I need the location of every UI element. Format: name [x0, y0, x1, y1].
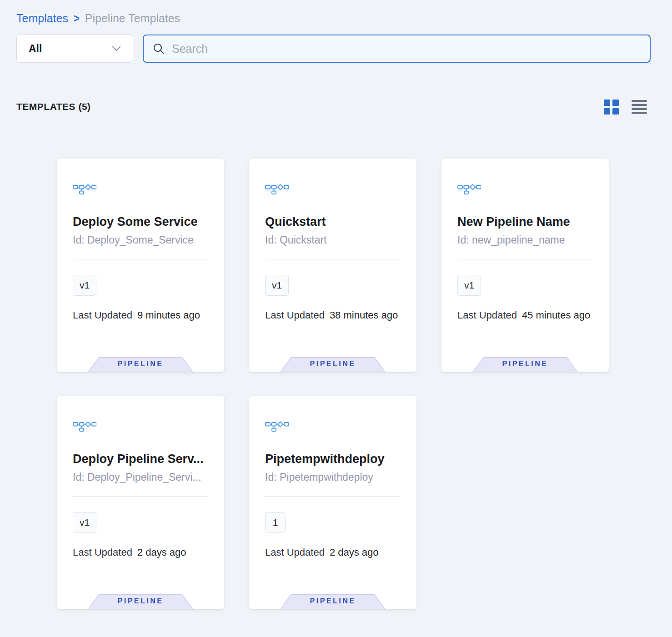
- last-updated-label: Last Updated: [73, 547, 132, 558]
- pipeline-badge-label: PIPELINE: [472, 360, 578, 368]
- search-icon: [153, 43, 165, 55]
- template-card[interactable]: Pipetempwithdeploy Id: Pipetempwithdeplo…: [249, 396, 416, 609]
- template-title: Deploy Pipeline Serv...: [73, 451, 208, 467]
- view-toggles: [604, 100, 647, 114]
- last-updated-value: 2 days ago: [330, 547, 379, 558]
- template-title: Deploy Some Service: [73, 214, 208, 229]
- templates-grid: Deploy Some Service Id: Deploy_Some_Serv…: [57, 159, 609, 609]
- template-id: Id: Deploy_Some_Service: [73, 234, 208, 246]
- pipeline-type-badge: PIPELINE: [88, 355, 193, 372]
- last-updated-row: Last Updated 38 minutes ago: [265, 309, 401, 321]
- grid-view-icon[interactable]: [604, 100, 619, 114]
- pipeline-stages-icon: [73, 182, 96, 196]
- divider: [265, 496, 401, 497]
- last-updated-label: Last Updated: [73, 309, 132, 321]
- pipeline-badge-label: PIPELINE: [280, 360, 386, 368]
- last-updated-label: Last Updated: [457, 309, 517, 321]
- filter-bar: All: [16, 35, 651, 63]
- breadcrumb: Templates > Pipeline Templates: [16, 12, 180, 25]
- template-card[interactable]: New Pipeline Name Id: new_pipeline_name …: [441, 159, 609, 372]
- pipeline-stages-icon: [265, 182, 289, 196]
- last-updated-row: Last Updated 9 minutes ago: [73, 309, 208, 321]
- breadcrumb-link-templates[interactable]: Templates: [16, 12, 68, 25]
- template-id: Id: Quickstart: [265, 234, 401, 246]
- breadcrumb-separator-icon: >: [74, 12, 80, 25]
- pipeline-type-badge: PIPELINE: [472, 355, 578, 372]
- divider: [73, 259, 208, 259]
- last-updated-value: 9 minutes ago: [137, 309, 200, 321]
- template-id: Id: Pipetempwithdeploy: [265, 471, 401, 483]
- divider: [73, 496, 208, 497]
- list-view-icon[interactable]: [632, 100, 647, 114]
- version-badge: 1: [265, 512, 286, 533]
- last-updated-row: Last Updated 45 minutes ago: [457, 309, 593, 321]
- template-title: New Pipeline Name: [457, 214, 593, 229]
- search-box[interactable]: [143, 35, 651, 63]
- last-updated-value: 38 minutes ago: [330, 309, 398, 321]
- pipeline-type-badge: PIPELINE: [280, 592, 386, 609]
- last-updated-row: Last Updated 2 days ago: [73, 547, 208, 558]
- pipeline-badge-label: PIPELINE: [88, 360, 193, 368]
- search-input[interactable]: [172, 42, 641, 55]
- version-badge: v1: [73, 275, 96, 296]
- last-updated-value: 45 minutes ago: [522, 309, 590, 321]
- last-updated-value: 2 days ago: [137, 547, 186, 558]
- last-updated-row: Last Updated 2 days ago: [265, 547, 401, 558]
- pipeline-stages-icon: [265, 419, 289, 433]
- scope-dropdown[interactable]: All: [16, 35, 133, 63]
- version-badge: v1: [457, 275, 481, 296]
- section-title: TEMPLATES (5): [16, 101, 91, 112]
- divider: [457, 259, 593, 259]
- template-id: Id: new_pipeline_name: [457, 234, 593, 246]
- last-updated-label: Last Updated: [265, 309, 325, 321]
- pipeline-type-badge: PIPELINE: [88, 592, 193, 609]
- pipeline-badge-label: PIPELINE: [280, 597, 386, 605]
- pipeline-stages-icon: [73, 419, 96, 433]
- template-card[interactable]: Deploy Some Service Id: Deploy_Some_Serv…: [57, 159, 224, 372]
- pipeline-stages-icon: [457, 182, 481, 196]
- template-card[interactable]: Deploy Pipeline Serv... Id: Deploy_Pipel…: [57, 396, 224, 609]
- breadcrumb-current-page: Pipeline Templates: [85, 12, 180, 25]
- pipeline-type-badge: PIPELINE: [280, 355, 386, 372]
- version-badge: v1: [73, 512, 96, 533]
- chevron-down-icon: [112, 46, 121, 51]
- template-title: Pipetempwithdeploy: [265, 451, 401, 467]
- divider: [265, 259, 401, 259]
- template-title: Quickstart: [265, 214, 401, 229]
- version-badge: v1: [265, 275, 289, 296]
- scope-dropdown-value: All: [29, 43, 42, 55]
- template-id: Id: Deploy_Pipeline_Servi...: [73, 471, 208, 483]
- last-updated-label: Last Updated: [265, 547, 325, 558]
- pipeline-badge-label: PIPELINE: [88, 597, 193, 605]
- template-card[interactable]: Quickstart Id: Quickstart v1 Last Update…: [249, 159, 416, 372]
